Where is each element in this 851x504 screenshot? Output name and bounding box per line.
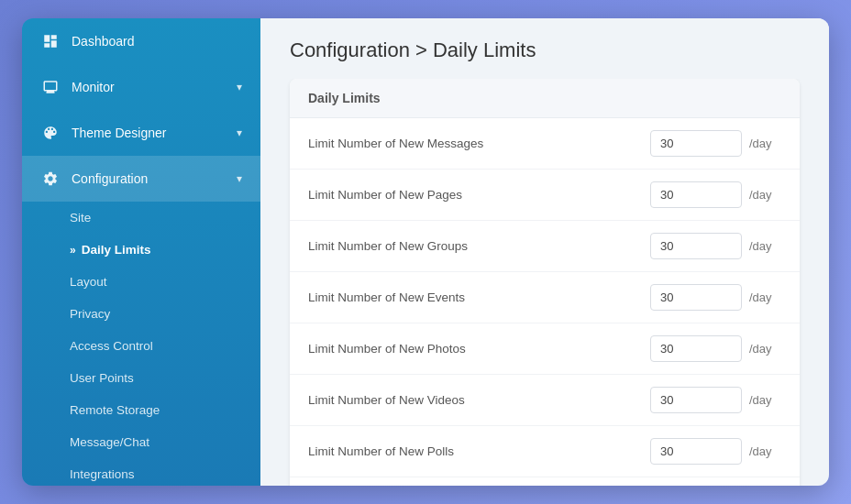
access-control-label: Access Control (70, 339, 153, 353)
limit-unit-pages: /day (749, 188, 781, 202)
limit-input-pages[interactable] (650, 181, 742, 208)
limit-row-polls: Limit Number of New Polls/day (290, 426, 800, 477)
monitor-icon (40, 77, 61, 97)
main-content: Configuration > Daily Limits Daily Limit… (260, 18, 829, 486)
sidebar-item-dashboard[interactable]: Dashboard (22, 18, 260, 64)
limit-unit-messages: /day (749, 137, 781, 150)
card-body: Limit Number of New Messages/dayLimit Nu… (290, 118, 800, 486)
sidebar-sub-remote-storage[interactable]: Remote Storage (22, 394, 260, 426)
config-icon (40, 169, 61, 189)
limit-label-messages: Limit Number of New Messages (308, 137, 650, 150)
sidebar-item-configuration[interactable]: Configuration ▾ (22, 156, 260, 202)
limit-label-events: Limit Number of New Events (308, 290, 650, 304)
sidebar-sub-site[interactable]: Site (22, 202, 260, 234)
limit-input-wrap-photos: /day (650, 335, 781, 362)
sidebar-sub-message-chat[interactable]: Message/Chat (22, 426, 260, 458)
card-header: Daily Limits (290, 79, 800, 118)
dashboard-icon (40, 31, 61, 51)
sidebar-sub-integrations[interactable]: Integrations (22, 458, 260, 486)
limit-row-events: Limit Number of New Events/day (290, 272, 800, 323)
limit-input-wrap-pages: /day (650, 181, 781, 208)
page-title: Configuration > Daily Limits (290, 38, 800, 62)
sidebar-sub-layout[interactable]: Layout (22, 266, 260, 298)
message-chat-label: Message/Chat (70, 435, 149, 449)
limit-row-groups: Limit Number of New Groups/day (290, 221, 800, 272)
sidebar-label-configuration: Configuration (72, 171, 148, 186)
limit-input-groups[interactable] (650, 233, 742, 259)
limit-input-wrap-messages: /day (650, 130, 781, 157)
sidebar-sub-access-control[interactable]: Access Control (22, 330, 260, 362)
limit-label-photos: Limit Number of New Photos (308, 342, 650, 356)
limit-row-photos: Limit Number of New Photos/day (290, 323, 800, 375)
limit-input-wrap-videos: /day (650, 387, 781, 413)
sidebar-label-dashboard: Dashboard (72, 34, 135, 49)
sidebar-sub-user-points[interactable]: User Points (22, 362, 260, 394)
limit-row-pages: Limit Number of New Pages/day (290, 170, 800, 221)
limit-input-wrap-polls: /day (650, 438, 781, 465)
limit-input-videos[interactable] (650, 387, 742, 413)
theme-chevron: ▾ (237, 126, 242, 139)
limit-unit-photos: /day (749, 342, 781, 356)
limit-unit-groups: /day (749, 239, 781, 253)
layout-label: Layout (70, 275, 107, 289)
limit-label-polls: Limit Number of New Polls (308, 444, 650, 458)
limit-input-messages[interactable] (650, 130, 742, 157)
content-area: Daily Limits Limit Number of New Message… (260, 79, 829, 486)
monitor-chevron: ▾ (237, 81, 242, 93)
limit-unit-videos: /day (749, 393, 781, 407)
limit-row-friend-requests: Limit Number of Friend Requests/day (290, 477, 800, 486)
sidebar-label-monitor: Monitor (72, 80, 115, 94)
sidebar: Dashboard Monitor ▾ Theme Designer ▾ Con… (22, 18, 260, 486)
limit-label-videos: Limit Number of New Videos (308, 393, 650, 407)
daily-limits-card: Daily Limits Limit Number of New Message… (290, 79, 800, 486)
sidebar-item-theme-designer[interactable]: Theme Designer ▾ (22, 110, 260, 156)
limit-unit-polls: /day (749, 444, 781, 458)
limit-row-messages: Limit Number of New Messages/day (290, 118, 800, 170)
sidebar-label-theme-designer: Theme Designer (72, 126, 167, 140)
limit-row-videos: Limit Number of New Videos/day (290, 375, 800, 426)
page-header: Configuration > Daily Limits (260, 18, 829, 79)
sidebar-sub-privacy[interactable]: Privacy (22, 298, 260, 330)
user-points-label: User Points (70, 371, 134, 385)
limit-input-wrap-groups: /day (650, 233, 781, 259)
daily-limits-label: Daily Limits (82, 243, 151, 257)
limit-input-polls[interactable] (650, 438, 742, 465)
site-label: Site (70, 211, 91, 225)
limit-label-groups: Limit Number of New Groups (308, 239, 650, 253)
sidebar-sub-daily-limits[interactable]: » Daily Limits (22, 234, 260, 266)
privacy-label: Privacy (70, 307, 110, 321)
limit-input-wrap-events: /day (650, 284, 781, 311)
theme-icon (40, 123, 61, 143)
config-chevron: ▾ (237, 172, 242, 185)
sidebar-item-monitor[interactable]: Monitor ▾ (22, 64, 260, 110)
card-title: Daily Limits (308, 91, 381, 105)
remote-storage-label: Remote Storage (70, 403, 160, 417)
active-arrow: » (70, 244, 76, 257)
limit-input-events[interactable] (650, 284, 742, 311)
limit-unit-events: /day (749, 290, 781, 304)
integrations-label: Integrations (70, 467, 135, 481)
limit-input-photos[interactable] (650, 335, 742, 362)
limit-label-pages: Limit Number of New Pages (308, 188, 650, 202)
configuration-submenu: Site » Daily Limits Layout Privacy Acces… (22, 202, 260, 486)
app-container: Dashboard Monitor ▾ Theme Designer ▾ Con… (22, 18, 829, 486)
